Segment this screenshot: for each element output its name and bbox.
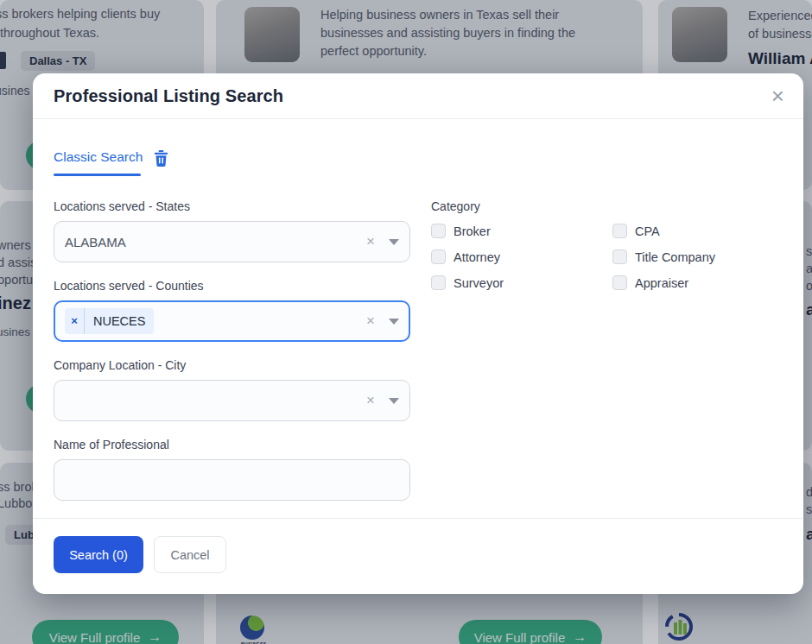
checkbox-box[interactable] [431, 224, 446, 238]
close-icon[interactable]: × [771, 81, 784, 110]
professional-name-label: Name of Professional [54, 438, 410, 451]
checkbox-box[interactable] [612, 224, 627, 238]
checkbox-label: Appraiser [635, 276, 688, 290]
checkbox-label: CPA [635, 224, 660, 238]
checkbox-attorney[interactable]: Attorney [431, 249, 612, 264]
trash-icon[interactable] [154, 150, 168, 167]
checkbox-box[interactable] [431, 275, 446, 290]
checkbox-broker[interactable]: Broker [431, 224, 612, 238]
search-button[interactable]: Search (0) [54, 536, 143, 573]
chevron-down-icon[interactable] [389, 319, 399, 325]
checkbox-label: Broker [454, 224, 491, 238]
checkbox-cpa[interactable]: CPA [612, 224, 715, 238]
search-form: Locations served - States ALABAMA × Loca… [54, 199, 410, 517]
checkbox-title-company[interactable]: Title Company [612, 249, 715, 264]
category-grid: Broker CPA Attorney Title Company Survey… [431, 224, 715, 290]
states-label: Locations served - States [54, 199, 410, 213]
city-select[interactable]: × [54, 380, 410, 421]
chevron-down-icon[interactable] [389, 239, 399, 245]
checkbox-appraiser[interactable]: Appraiser [612, 275, 715, 290]
states-selected-value: ALABAMA [65, 235, 366, 249]
states-select[interactable]: ALABAMA × [54, 221, 410, 262]
modal-header: Professional Listing Search × [33, 73, 803, 119]
counties-select[interactable]: × NUECES × [54, 300, 410, 342]
checkbox-box[interactable] [612, 275, 627, 290]
cancel-button[interactable]: Cancel [154, 536, 226, 573]
tab-label: Classic Search [54, 149, 143, 165]
checkbox-label: Attorney [454, 250, 500, 264]
chevron-down-icon[interactable] [389, 398, 399, 404]
city-label: Company Location - City [54, 358, 410, 372]
checkbox-label: Surveyor [454, 276, 504, 290]
category-label: Category [431, 199, 715, 213]
professional-name-input[interactable] [54, 459, 410, 501]
modal-title: Professional Listing Search [33, 73, 803, 118]
counties-label: Locations served - Counties [54, 279, 410, 293]
checkbox-box[interactable] [431, 249, 446, 264]
chip-remove-icon[interactable]: × [65, 308, 85, 334]
checkbox-label: Title Company [635, 250, 715, 264]
clear-icon[interactable]: × [366, 392, 375, 409]
clear-icon[interactable]: × [366, 313, 375, 330]
professional-listing-search-modal: Professional Listing Search × Classic Se… [33, 73, 803, 594]
checkbox-surveyor[interactable]: Surveyor [431, 275, 612, 290]
tab-classic-search[interactable]: Classic Search [54, 149, 143, 176]
checkbox-box[interactable] [612, 249, 627, 264]
category-section: Category Broker CPA Attorney Title Compa… [431, 199, 715, 290]
chip-label: NUECES [85, 314, 154, 328]
modal-footer: Search (0) Cancel [33, 518, 803, 590]
county-chip: × NUECES [65, 308, 154, 334]
tab-active-underline [54, 174, 141, 176]
clear-icon[interactable]: × [366, 233, 375, 250]
